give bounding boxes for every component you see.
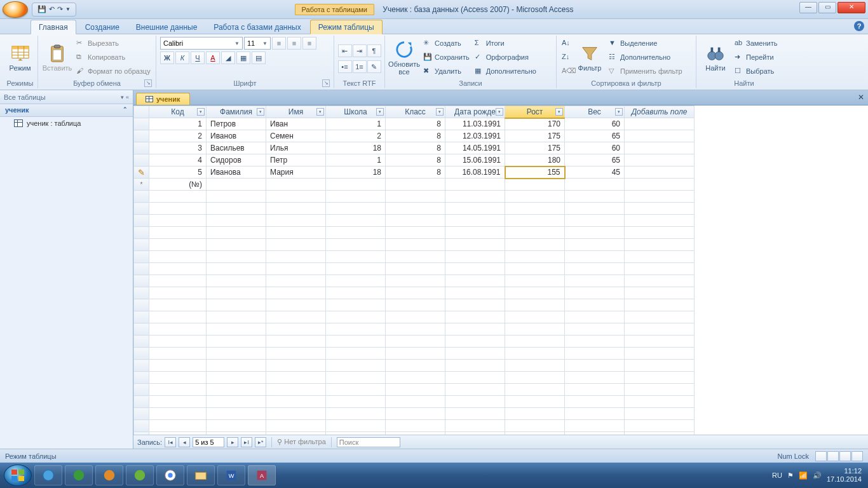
column-header[interactable]: Школа▾ (326, 106, 386, 118)
cell[interactable]: 12.03.1991 (445, 130, 505, 142)
taskbar-app-3[interactable] (95, 465, 123, 485)
datasheet-grid[interactable]: Код▾Фамилия▾Имя▾Школа▾Класс▾Дата рожде▾Р… (133, 105, 868, 435)
taskbar-app-word[interactable]: W (217, 465, 245, 485)
cell[interactable]: 65 (565, 130, 625, 142)
tray-lang[interactable]: RU (772, 471, 782, 479)
table-row[interactable]: 2ИвановСемен2812.03.199117565 (134, 130, 695, 142)
new-record-nav-button[interactable]: ▸* (255, 437, 266, 447)
format-painter-button[interactable]: 🖌Формат по образцу (75, 65, 152, 78)
cell[interactable]: 8 (386, 166, 445, 179)
maximize-button[interactable]: ▭ (818, 2, 836, 13)
more-records-button[interactable]: ▦Дополнительно (473, 65, 538, 78)
qat-dropdown-icon[interactable]: ▼ (65, 6, 71, 12)
cell[interactable]: 175 (505, 142, 565, 154)
find-button[interactable]: Найти (700, 37, 731, 79)
gridlines-button[interactable]: ▦ (236, 51, 250, 64)
row-selector[interactable] (134, 142, 149, 154)
cell[interactable]: 14.05.1991 (445, 142, 505, 154)
cell[interactable]: 155 (505, 166, 565, 179)
cell[interactable]: Васильев (207, 142, 266, 154)
cell[interactable]: 175 (505, 130, 565, 142)
column-dropdown-icon[interactable]: ▾ (555, 108, 563, 116)
column-header[interactable]: Код▾ (149, 106, 207, 118)
cell[interactable]: 4 (149, 154, 207, 166)
cell[interactable]: 8 (386, 130, 445, 142)
table-row[interactable]: 1ПетровИван1811.03.199117060 (134, 118, 695, 130)
sort-desc-button[interactable]: Z↓ (560, 51, 572, 64)
collapse-icon[interactable]: ⌃ (123, 106, 128, 116)
italic-button[interactable]: К (175, 51, 189, 64)
table-row[interactable]: ✎5ИвановаМария18816.08.199115545 (134, 166, 695, 179)
close-tab-button[interactable]: ✕ (858, 93, 864, 102)
delete-record-button[interactable]: ✖Удалить (422, 65, 471, 78)
cell[interactable]: Иванов (207, 130, 266, 142)
sort-asc-button[interactable]: A↓ (560, 37, 572, 50)
chevron-down-icon[interactable]: ▾ « (121, 94, 129, 100)
column-dropdown-icon[interactable]: ▾ (316, 108, 324, 116)
cell[interactable]: 18 (326, 166, 386, 179)
taskbar-app-4[interactable] (126, 465, 154, 485)
tray-network-icon[interactable]: 📶 (799, 471, 808, 480)
cell[interactable]: 3 (149, 142, 207, 154)
row-selector[interactable]: ✎ (134, 166, 149, 179)
select-all-corner[interactable] (134, 106, 149, 118)
cell[interactable]: 180 (505, 154, 565, 166)
column-header[interactable]: Дата рожде▾ (445, 106, 505, 118)
cell[interactable]: 11.03.1991 (445, 118, 505, 130)
column-dropdown-icon[interactable]: ▾ (436, 108, 444, 116)
prev-record-button[interactable]: ◂ (179, 437, 190, 447)
view-design-button[interactable] (851, 451, 863, 461)
navpane-header[interactable]: Все таблицы ▾ « (0, 90, 133, 104)
replace-button[interactable]: abЗаменить (733, 37, 778, 50)
paste-button[interactable]: Вставить (42, 37, 72, 79)
view-datasheet-button[interactable] (815, 451, 827, 461)
cell[interactable]: 8 (386, 142, 445, 154)
numbering-button[interactable]: 1≡ (353, 60, 367, 73)
taskbar-app-explorer[interactable] (187, 465, 215, 485)
column-dropdown-icon[interactable]: ▾ (197, 108, 205, 116)
font-color-button[interactable]: A (206, 51, 220, 64)
cell[interactable]: 5 (149, 166, 207, 179)
selection-filter-button[interactable]: ▼Выделение (607, 37, 684, 50)
cell[interactable]: 1 (149, 118, 207, 130)
row-selector[interactable] (134, 154, 149, 166)
clipboard-launcher[interactable]: ↘ (144, 79, 152, 87)
view-pivot-button[interactable] (827, 451, 839, 461)
column-header[interactable]: Вес▾ (565, 106, 625, 118)
column-header[interactable]: Имя▾ (266, 106, 326, 118)
row-selector[interactable] (134, 118, 149, 130)
tray-flag-icon[interactable]: ⚑ (787, 471, 794, 480)
view-chart-button[interactable] (839, 451, 851, 461)
first-record-button[interactable]: I◂ (165, 437, 176, 447)
column-dropdown-icon[interactable]: ▾ (615, 108, 623, 116)
refresh-all-button[interactable]: Обновить все (389, 37, 419, 79)
font-size-combo[interactable]: 11▼ (244, 37, 271, 50)
record-position-input[interactable] (193, 437, 224, 447)
tab-datasheet[interactable]: Режим таблицы (310, 20, 383, 34)
taskbar-app-1[interactable] (34, 465, 62, 485)
ltr-button[interactable]: ¶ (367, 44, 381, 57)
tab-home[interactable]: Главная (31, 20, 76, 34)
font-launcher[interactable]: ↘ (322, 79, 330, 87)
help-button[interactable]: ? (854, 21, 864, 31)
copy-button[interactable]: ⧉Копировать (75, 51, 152, 64)
highlight-button[interactable]: ✎ (367, 60, 381, 73)
alternate-fill-button[interactable]: ▤ (252, 51, 266, 64)
cell[interactable]: 1 (326, 118, 386, 130)
taskbar-app-2[interactable] (65, 465, 93, 485)
cell[interactable]: Сидоров (207, 154, 266, 166)
new-record-row[interactable]: *(№) (134, 179, 695, 191)
close-button[interactable]: ✕ (837, 2, 865, 13)
cell[interactable]: 60 (565, 118, 625, 130)
cell[interactable]: Иван (266, 118, 326, 130)
undo-icon[interactable]: ↶ (49, 5, 55, 13)
cell[interactable]: 2 (326, 130, 386, 142)
save-icon[interactable]: 💾 (37, 5, 46, 13)
column-dropdown-icon[interactable]: ▾ (496, 108, 503, 116)
totals-button[interactable]: ΣИтоги (473, 37, 538, 50)
minimize-button[interactable]: — (799, 2, 817, 13)
align-center-button[interactable]: ≡ (287, 37, 301, 50)
cell[interactable]: Петров (207, 118, 266, 130)
cell[interactable]: Петр (266, 154, 326, 166)
cell[interactable]: Семен (266, 130, 326, 142)
